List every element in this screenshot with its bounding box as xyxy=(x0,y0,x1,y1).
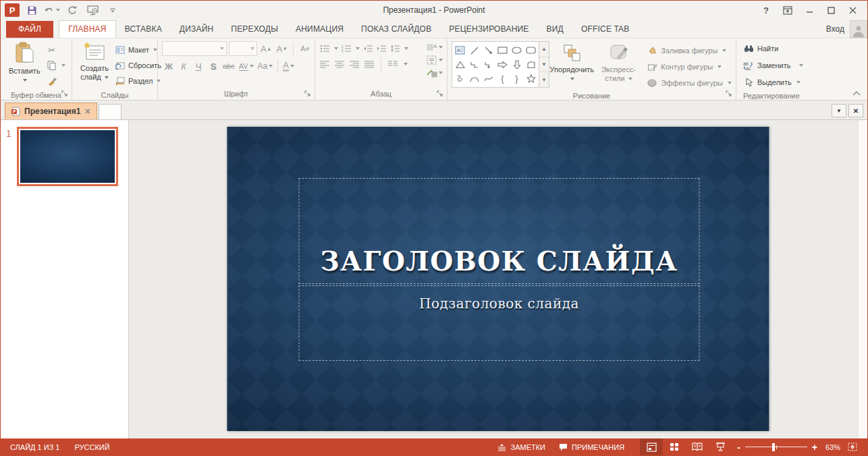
decrease-indent-button[interactable] xyxy=(362,43,373,54)
align-text-button[interactable] xyxy=(427,55,443,65)
customize-qat-button[interactable] xyxy=(105,3,121,18)
underline-button[interactable]: Ч xyxy=(192,59,205,74)
justify-button[interactable] xyxy=(364,59,375,69)
copy-button[interactable] xyxy=(45,58,67,73)
text-shadow-button[interactable]: S xyxy=(207,59,220,74)
tab-insert[interactable]: ВСТАВКА xyxy=(116,21,171,38)
tab-home[interactable]: ГЛАВНАЯ xyxy=(59,20,115,38)
line-spacing-button[interactable] xyxy=(389,43,400,54)
slide-canvas[interactable]: ЗАГОЛОВОК СЛАЙДА Подзаголовок слайда xyxy=(227,127,769,431)
close-document-button[interactable]: ✕ xyxy=(848,104,863,117)
shape-text-box[interactable]: A xyxy=(453,43,467,57)
title-placeholder[interactable]: ЗАГОЛОВОК СЛАЙДА xyxy=(299,178,700,284)
document-tab-presentation1[interactable]: P Презентация1 ✕ xyxy=(5,103,97,119)
document-tab-close-icon[interactable]: ✕ xyxy=(84,107,90,116)
subtitle-placeholder[interactable]: Подзаголовок слайда xyxy=(299,285,700,361)
new-slide-button[interactable]: Создать слайд xyxy=(76,41,113,84)
section-button[interactable]: Раздел xyxy=(113,74,163,88)
font-name-combo[interactable] xyxy=(162,41,227,56)
increase-indent-button[interactable] xyxy=(376,43,387,54)
tab-design[interactable]: ДИЗАЙН xyxy=(171,21,223,38)
bold-button[interactable]: Ж xyxy=(162,59,175,74)
clipboard-dialog-launcher[interactable] xyxy=(61,90,69,98)
shape-down-arrow[interactable] xyxy=(510,57,524,72)
ribbon-display-options-button[interactable] xyxy=(778,3,797,18)
shape-right-arrow[interactable] xyxy=(495,57,510,72)
zoom-out-button[interactable]: - xyxy=(737,444,740,451)
shape-elbow-arrow-connector[interactable] xyxy=(481,57,495,72)
reset-button[interactable]: Сбросить xyxy=(113,58,163,73)
columns-caret[interactable] xyxy=(404,63,408,65)
tab-slideshow[interactable]: ПОКАЗ СЛАЙДОВ xyxy=(352,21,440,38)
shape-rounded-rectangle[interactable] xyxy=(524,43,538,57)
tab-transitions[interactable]: ПЕРЕХОДЫ xyxy=(222,21,287,38)
comments-toggle-button[interactable]: ПРИМЕЧАНИЯ xyxy=(551,438,630,455)
find-button[interactable]: Найти xyxy=(743,41,778,56)
shrink-font-button[interactable]: A▼ xyxy=(275,41,290,56)
numbering-button[interactable]: 123 xyxy=(341,43,352,54)
editor-scrollbar[interactable] xyxy=(858,120,867,438)
shape-line[interactable] xyxy=(467,43,481,57)
zoom-slider-thumb[interactable] xyxy=(772,443,775,451)
shape-star[interactable] xyxy=(524,72,538,86)
bullets-caret[interactable] xyxy=(334,47,338,50)
shape-effects-button[interactable]: Эффекты фигуры xyxy=(647,76,732,90)
shape-corner[interactable] xyxy=(524,57,538,72)
text-direction-button[interactable]: A xyxy=(427,42,443,53)
layout-button[interactable]: Макет xyxy=(113,42,163,57)
shape-oval[interactable] xyxy=(510,43,524,57)
language-indicator[interactable]: РУССКИЙ xyxy=(68,438,115,455)
maximize-button[interactable] xyxy=(821,3,840,18)
shapes-more-button[interactable]: ▼ xyxy=(539,72,549,87)
shape-outline-button[interactable]: Контур фигуры xyxy=(647,59,732,74)
tab-office-tab[interactable]: OFFICE TAB xyxy=(572,21,639,38)
paste-button[interactable]: Вставить xyxy=(5,41,45,86)
italic-button[interactable]: К xyxy=(177,59,190,74)
shape-freeform[interactable] xyxy=(467,57,481,72)
shape-arrow[interactable] xyxy=(481,43,495,57)
view-slide-sorter-button[interactable] xyxy=(663,438,686,455)
shapes-scroll-down[interactable]: ▼ xyxy=(539,57,549,73)
view-reading-button[interactable] xyxy=(686,438,709,455)
tab-file[interactable]: ФАЙЛ xyxy=(6,21,53,38)
help-button[interactable]: ? xyxy=(757,3,776,18)
notes-toggle-button[interactable]: ЗАМЕТКИ xyxy=(491,438,552,455)
tab-review[interactable]: РЕЦЕНЗИРОВАНИЕ xyxy=(440,21,537,38)
convert-to-smartart-button[interactable] xyxy=(427,67,443,78)
save-button[interactable] xyxy=(24,3,40,18)
shape-arc[interactable] xyxy=(467,72,481,86)
zoom-slider[interactable] xyxy=(745,443,807,451)
clear-formatting-button[interactable]: A xyxy=(298,41,311,56)
fit-slide-to-window-button[interactable] xyxy=(843,438,862,455)
line-spacing-caret[interactable] xyxy=(404,47,408,50)
align-center-button[interactable] xyxy=(334,59,345,69)
drawing-dialog-launcher[interactable] xyxy=(726,90,733,98)
shape-triangle[interactable] xyxy=(453,57,467,72)
start-slideshow-button[interactable] xyxy=(84,3,101,18)
view-normal-button[interactable] xyxy=(640,438,663,455)
slide-counter[interactable]: СЛАЙД 1 ИЗ 1 xyxy=(10,438,65,455)
columns-button[interactable] xyxy=(387,59,398,69)
align-left-button[interactable] xyxy=(319,59,330,69)
close-button[interactable] xyxy=(843,3,862,18)
sign-in-link[interactable]: Вход xyxy=(826,24,844,34)
undo-button[interactable] xyxy=(44,3,60,18)
powerpoint-logo-icon[interactable]: P xyxy=(5,3,20,17)
shape-curve[interactable] xyxy=(481,72,495,86)
numbering-caret[interactable] xyxy=(356,47,360,50)
font-dialog-launcher[interactable] xyxy=(304,90,312,98)
paragraph-dialog-launcher[interactable] xyxy=(437,90,444,98)
replace-button[interactable]: abac Заменить xyxy=(743,58,803,73)
align-right-button[interactable] xyxy=(349,59,360,69)
redo-button[interactable] xyxy=(64,3,80,18)
view-slideshow-button[interactable] xyxy=(709,438,732,455)
new-document-tab-button[interactable] xyxy=(99,104,121,119)
zoom-in-button[interactable]: + xyxy=(812,444,817,451)
quick-styles-button[interactable]: Экспресс-стили xyxy=(595,41,643,85)
format-painter-button[interactable] xyxy=(45,74,67,88)
slide-thumbnail[interactable] xyxy=(17,127,118,186)
grow-font-button[interactable]: A▲ xyxy=(259,41,273,56)
font-size-combo[interactable] xyxy=(229,41,257,56)
shape-scribble[interactable] xyxy=(453,72,467,86)
shape-rectangle[interactable] xyxy=(495,43,510,57)
